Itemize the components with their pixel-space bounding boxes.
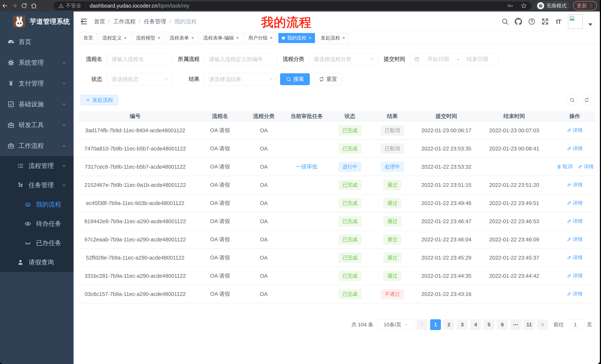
close-icon[interactable]: × (191, 35, 194, 41)
jump-input[interactable] (566, 319, 585, 330)
date-range-picker[interactable]: 开始日期 - 结束日期 (410, 53, 499, 65)
app-logo[interactable]: 芋道管理系统 (0, 11, 74, 31)
caret-down-icon[interactable] (588, 23, 592, 26)
sidebar-item-system[interactable]: 系统管理 (0, 52, 74, 73)
detail-link[interactable]: 详情 (567, 218, 583, 224)
page-button-6[interactable]: 6 (497, 319, 508, 330)
breadcrumb-separator: / (139, 18, 140, 25)
tab-start-process[interactable]: 发起流程× (317, 33, 349, 43)
fullscreen-icon[interactable] (541, 18, 549, 25)
start-date-placeholder[interactable]: 开始日期 (421, 56, 455, 63)
detail-link[interactable]: 详情 (567, 272, 583, 279)
page-button-4[interactable]: 4 (470, 319, 481, 330)
forward-button[interactable] (10, 1, 19, 10)
close-icon[interactable]: × (158, 35, 160, 41)
breadcrumb-home[interactable]: 首页 (94, 18, 105, 25)
sidebar-item-process-mgmt[interactable]: 流程管理 (0, 156, 74, 175)
process-id: 7470a810-7b9b-11ec-b5b7-acde48001122 (78, 140, 192, 158)
detail-link[interactable]: 详情 (567, 236, 583, 243)
status-select-input[interactable] (107, 73, 172, 85)
back-button[interactable] (0, 1, 10, 10)
breadcrumb-workflow[interactable]: 工作流程 (113, 18, 136, 25)
sidebar-item-leave-query[interactable]: 请假查询 (0, 253, 74, 272)
sidebar-item-workflow[interactable]: 工作流程 (0, 135, 74, 156)
submit-time: 2022-01-22 23:45:29 (419, 249, 474, 267)
page-button-3[interactable]: 3 (457, 319, 468, 330)
breadcrumb-task-mgmt[interactable]: 任务管理 (144, 18, 166, 25)
table-row: 7317cec6-7b9b-11ec-b5b7-acde48001122 OA … (78, 158, 595, 176)
sidebar-item-home[interactable]: 首页 (0, 31, 74, 52)
tab-user-group[interactable]: 用户分组× (245, 33, 276, 43)
detail-link[interactable]: 详情 (567, 200, 583, 206)
tab-process-model[interactable]: 流程模型× (132, 33, 164, 43)
address-bar[interactable]: 不安全 dashboard.yudao.iocoder.cn/bpm/task/… (53, 1, 531, 10)
start-process-label: 发起流程 (92, 96, 113, 104)
home-button[interactable] (29, 1, 39, 10)
help-icon[interactable] (528, 18, 536, 25)
sidebar-item-task-mgmt[interactable]: 任务管理 (0, 175, 74, 195)
more-pages-button[interactable]: ••• (510, 319, 521, 330)
category-select[interactable] (309, 53, 378, 65)
sidebar-item-my-process[interactable]: 我的流程 (0, 195, 74, 214)
search-icon[interactable] (501, 18, 509, 25)
gear-icon (7, 59, 14, 66)
current-task (280, 212, 334, 230)
end-date-placeholder[interactable]: 结束日期 (460, 56, 495, 63)
tab-process-form[interactable]: 流程表单× (166, 33, 197, 43)
start-process-button[interactable]: 发起流程 (80, 95, 118, 105)
table-search-button[interactable] (567, 95, 578, 105)
page-size-select[interactable]: 10条/页 (378, 319, 414, 330)
detail-link[interactable]: 详情 (567, 145, 583, 152)
submit-time: 2022-01-22 23:43:16 (419, 285, 474, 303)
sidebar-item-todo-tasks[interactable]: 待办任务 (0, 214, 74, 233)
close-icon[interactable]: × (309, 35, 311, 41)
category-select-input[interactable] (309, 53, 378, 65)
star-icon[interactable] (521, 2, 527, 9)
page-button-1[interactable]: 1 (430, 319, 441, 330)
navbar-actions: tT (501, 14, 592, 29)
sidebar-item-done-tasks[interactable]: 已办任务 (0, 233, 74, 253)
tab-my-process[interactable]: 我的流程× (278, 33, 315, 43)
reset-button[interactable]: 重置 (314, 73, 342, 85)
close-icon[interactable]: × (270, 35, 272, 41)
search-button[interactable]: 搜索 (280, 73, 310, 85)
process-id: 2152467e-7b9b-11ec-9a1b-acde48001122 (78, 176, 192, 194)
tab-home[interactable]: 首页 (80, 33, 97, 43)
detail-link[interactable]: 详情 (567, 254, 583, 261)
security-chip[interactable]: 不安全 (53, 3, 86, 9)
close-icon[interactable]: × (342, 35, 345, 41)
more-vert-icon[interactable] (589, 3, 593, 8)
github-icon[interactable] (514, 18, 522, 25)
table-refresh-button[interactable] (581, 95, 592, 105)
tab-process-form-edit[interactable]: 流程表单-编辑× (200, 33, 242, 43)
page-button-2[interactable]: 2 (443, 319, 454, 330)
page-button-11[interactable]: 11 (524, 319, 534, 330)
update-button[interactable]: 更新 (573, 1, 597, 10)
close-icon[interactable]: × (124, 35, 127, 41)
status-select[interactable] (107, 73, 172, 85)
font-size-icon[interactable]: tT (555, 18, 562, 25)
avatar[interactable] (568, 14, 583, 29)
result-select-input[interactable] (204, 73, 277, 85)
sidebar-item-devtools[interactable]: 研发工具 (0, 115, 74, 135)
key-icon[interactable] (507, 3, 513, 9)
prev-page-button[interactable] (417, 319, 428, 330)
sidebar-item-infra[interactable]: 基础设施 (0, 94, 74, 115)
hamburger-icon[interactable] (80, 18, 88, 26)
process-definition-input[interactable] (204, 53, 277, 65)
reload-button[interactable] (19, 1, 29, 10)
page-jumper: 前往 页 (553, 319, 592, 330)
detail-link[interactable]: 详情 (567, 182, 583, 188)
cancel-link[interactable]: 取消 (557, 163, 573, 170)
tab-process-definition[interactable]: 流程定义× (99, 33, 130, 43)
page-button-5[interactable]: 5 (484, 319, 494, 330)
detail-link[interactable]: 详情 (567, 290, 583, 297)
process-name-input[interactable] (107, 53, 172, 65)
result-select[interactable] (204, 73, 277, 85)
detail-link[interactable]: 详情 (578, 163, 594, 170)
sidebar-item-payment[interactable]: ¥ 支付管理 (0, 73, 74, 94)
close-icon[interactable]: × (236, 35, 239, 41)
detail-link[interactable]: 详情 (567, 127, 583, 134)
current-task-link[interactable]: 一级审批 (296, 164, 317, 170)
next-page-button[interactable] (537, 319, 548, 330)
